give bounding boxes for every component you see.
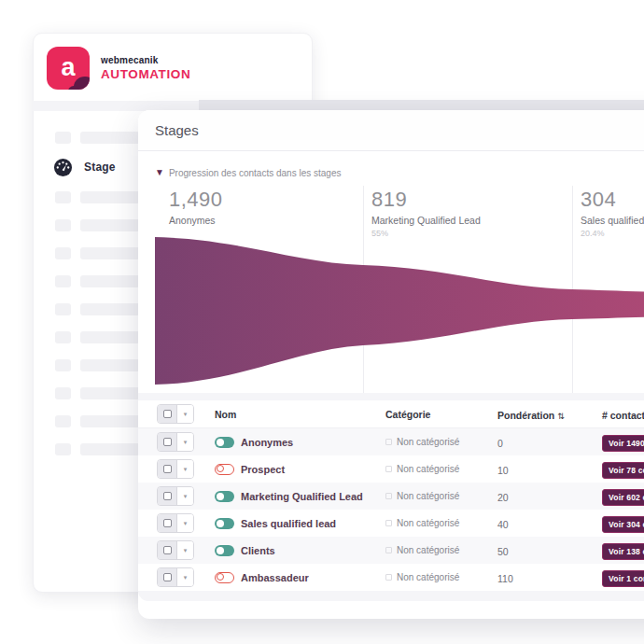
funnel-chart: 1,490 Anonymes 819 Marketing Qualified L… <box>155 182 644 393</box>
view-contacts-button[interactable]: Voir 602 contacts <box>602 489 644 506</box>
category-label: Non catégorisé <box>397 464 459 474</box>
webmecanik-logo-icon: a <box>47 47 90 90</box>
brand-text: webmecanik AUTOMATION <box>101 55 190 81</box>
header-select-cell: ▾ <box>157 404 215 424</box>
view-contacts-button[interactable]: Voir 1490 contacts <box>602 435 644 452</box>
view-contacts-button[interactable]: Voir 138 contacts <box>602 543 644 560</box>
app-logo: a webmecanik AUTOMATION <box>34 34 312 99</box>
header-weight[interactable]: Pondération⇅ <box>497 406 602 423</box>
logo-blob-shape <box>74 77 90 90</box>
category-label: Non catégorisé <box>397 437 459 447</box>
funnel-stage-label: 304 Sales qualified lead 20.4% <box>581 188 644 238</box>
row-caret-icon[interactable]: ▾ <box>177 460 193 478</box>
category-color-box <box>385 574 392 581</box>
view-contacts-button[interactable]: Voir 78 contacts <box>602 462 644 479</box>
row-checkbox[interactable] <box>158 568 177 586</box>
row-checkbox[interactable] <box>158 541 177 559</box>
stage-name-link[interactable]: Prospect <box>241 464 285 475</box>
publish-toggle[interactable] <box>215 464 234 475</box>
view-contacts-button[interactable]: Voir 1 contact <box>602 570 644 587</box>
row-caret-icon[interactable]: ▾ <box>177 568 193 586</box>
weight-value: 0 <box>497 438 503 449</box>
table-row: ▾ Sales qualified lead Non catégorisé 40… <box>138 510 644 537</box>
publish-toggle[interactable] <box>215 491 234 502</box>
stages-table: ▾ Nom Catégorie Pondération⇅ # contacts … <box>138 400 644 591</box>
page-title: Stages <box>155 122 199 138</box>
chart-caption: Progression des contacts dans les stages <box>169 168 342 178</box>
table-row: ▾ Marketing Qualified Lead Non catégoris… <box>138 483 644 510</box>
funnel-stage-label: 819 Marketing Qualified Lead 55% <box>371 188 481 238</box>
publish-toggle[interactable] <box>215 572 234 583</box>
stage-name-link[interactable]: Anonymes <box>241 437 293 448</box>
stage-name-link[interactable]: Sales qualified lead <box>241 518 336 529</box>
row-select-split-button[interactable]: ▾ <box>157 486 194 506</box>
gauge-icon <box>53 158 73 177</box>
weight-value: 20 <box>497 492 509 503</box>
row-caret-icon[interactable]: ▾ <box>177 541 193 559</box>
publish-toggle[interactable] <box>215 545 234 556</box>
category-color-box <box>385 466 392 472</box>
row-caret-icon[interactable]: ▾ <box>177 514 193 532</box>
category-color-box <box>385 547 392 553</box>
panel-footer <box>138 591 644 601</box>
category-color-box <box>385 520 392 526</box>
table-header-row: ▾ Nom Catégorie Pondération⇅ # contacts <box>138 400 644 428</box>
row-select-split-button[interactable]: ▾ <box>157 567 194 587</box>
stage-name-link[interactable]: Clients <box>241 545 275 556</box>
stages-panel: Stages ▼ Progression des contacts dans l… <box>138 110 644 619</box>
header-category[interactable]: Catégorie <box>385 409 497 420</box>
row-select-split-button[interactable]: ▾ <box>157 513 194 533</box>
sort-icon: ⇅ <box>557 412 565 421</box>
view-contacts-button[interactable]: Voir 304 contacts <box>602 516 644 533</box>
table-row: ▾ Prospect Non catégorisé 10 Voir 78 con… <box>138 455 644 483</box>
row-caret-icon[interactable]: ▾ <box>177 487 193 505</box>
weight-value: 50 <box>497 546 509 557</box>
category-label: Non catégorisé <box>397 491 459 501</box>
select-all-split-button[interactable]: ▾ <box>157 404 194 424</box>
publish-toggle[interactable] <box>215 437 234 448</box>
row-select-split-button[interactable]: ▾ <box>157 432 194 452</box>
section-divider <box>138 393 644 400</box>
row-checkbox[interactable] <box>158 433 177 451</box>
category-label: Non catégorisé <box>397 545 459 555</box>
header-contacts: # contacts <box>602 406 644 423</box>
row-select-split-button[interactable]: ▾ <box>157 459 194 479</box>
row-caret-icon[interactable]: ▾ <box>177 433 193 451</box>
publish-toggle[interactable] <box>215 518 234 529</box>
category-color-box <box>385 439 392 445</box>
funnel-shape <box>155 235 644 389</box>
brand-name: webmecanik <box>101 55 190 65</box>
brand-product: AUTOMATION <box>101 67 190 81</box>
chart-caption-row: ▼ Progression des contacts dans les stag… <box>138 151 644 182</box>
category-color-box <box>385 493 392 499</box>
header-name[interactable]: Nom <box>215 409 385 420</box>
row-checkbox[interactable] <box>158 487 177 505</box>
row-select-split-button[interactable]: ▾ <box>157 540 194 560</box>
filter-icon: ▼ <box>155 168 164 177</box>
row-checkbox[interactable] <box>158 514 177 532</box>
table-row: ▾ Anonymes Non catégorisé 0 Voir 1490 co… <box>138 428 644 455</box>
table-row: ▾ Clients Non catégorisé 50 Voir 138 con… <box>138 537 644 564</box>
funnel-stage-label: 1,490 Anonymes <box>169 188 223 229</box>
weight-value: 110 <box>497 573 513 584</box>
select-all-caret-icon[interactable]: ▾ <box>177 405 193 423</box>
category-label: Non catégorisé <box>397 572 459 582</box>
weight-value: 40 <box>497 519 509 530</box>
table-row: ▾ Ambassadeur Non catégorisé 110 Voir 1 … <box>138 564 644 591</box>
weight-value: 10 <box>497 465 509 476</box>
select-all-checkbox[interactable] <box>158 405 177 423</box>
panel-titlebar: Stages <box>138 110 644 151</box>
category-label: Non catégorisé <box>397 518 459 528</box>
stage-name-link[interactable]: Marketing Qualified Lead <box>241 491 363 502</box>
row-checkbox[interactable] <box>158 460 177 478</box>
logo-letter: a <box>61 55 75 80</box>
stage-name-link[interactable]: Ambassadeur <box>241 572 309 583</box>
